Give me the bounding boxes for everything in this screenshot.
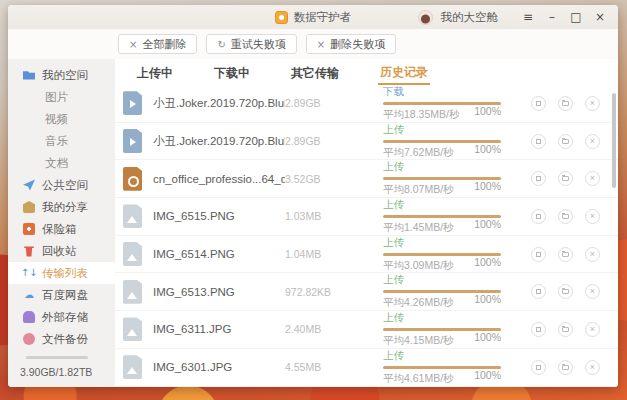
folder-glyph-icon	[562, 327, 569, 332]
direction-label: 上传	[383, 123, 501, 137]
avg-speed: 平均7.62MB/秒	[383, 146, 454, 160]
open-folder-button[interactable]	[558, 247, 573, 262]
menu-icon[interactable]: ≡	[520, 10, 536, 24]
delete-button[interactable]: ×	[585, 360, 600, 375]
file-size: 2.89GB	[285, 97, 355, 109]
toolbar: × 全部删除 ↻ 重试失败项 × 删除失败项	[8, 29, 618, 59]
transfer-row[interactable]: 小丑.Joker.2019.720p.BluRay.x264.AC3.mkv 2…	[115, 123, 618, 161]
sidebar-item-recycle-bin[interactable]: 回收站	[8, 240, 115, 262]
file-name: IMG_6311.JPG	[153, 323, 285, 335]
image-file-icon	[123, 242, 142, 266]
sidebar-item-documents[interactable]: 文档	[8, 152, 115, 174]
delete-button[interactable]: ×	[585, 171, 600, 186]
open-folder-button[interactable]	[558, 96, 573, 111]
tab-history[interactable]: 历史记录	[378, 60, 430, 85]
open-file-button[interactable]	[531, 322, 546, 337]
avg-speed: 平均4.15MB/秒	[383, 334, 454, 348]
sidebar-label: 视频	[45, 112, 68, 127]
avg-speed: 平均8.07MB/秒	[383, 183, 454, 197]
folder-glyph-icon	[562, 214, 569, 219]
app-logo-icon	[275, 11, 288, 24]
transfer-row[interactable]: IMG_6514.PNG 1.04MB 上传 平均3.09MB/秒100% ×	[115, 236, 618, 274]
x-icon: ×	[317, 39, 325, 50]
percent-label: 100%	[474, 293, 501, 305]
transfer-list: 小丑.Joker.2019.720p.BluRay.x264.AC3.mkv 2…	[115, 85, 618, 387]
progress-block: 上传 平均4.26MB/秒100%	[383, 273, 501, 310]
tab-other-transfers[interactable]: 其它传输	[289, 61, 341, 84]
sidebar: 我的空间 图片 视频 音乐 文档 公共空间 我的分享 保险箱 回收站	[8, 59, 115, 387]
tab-downloading[interactable]: 下载中	[212, 61, 252, 84]
transfer-row[interactable]: IMG_6311.JPG 2.40MB 上传 平均4.15MB/秒100% ×	[115, 311, 618, 349]
open-file-button[interactable]	[531, 209, 546, 224]
storage-usage-bar	[26, 356, 88, 359]
file-size: 2.40MB	[285, 323, 355, 335]
open-file-button[interactable]	[531, 360, 546, 375]
file-name: IMG_6301.JPG	[153, 361, 285, 373]
open-folder-button[interactable]	[558, 284, 573, 299]
x-icon: ×	[129, 39, 137, 50]
transfer-row[interactable]: IMG_6513.PNG 972.82KB 上传 平均4.26MB/秒100% …	[115, 273, 618, 311]
delete-button[interactable]: ×	[585, 96, 600, 111]
sidebar-item-safe-box[interactable]: 保险箱	[8, 218, 115, 240]
delete-button[interactable]: ×	[585, 322, 600, 337]
sidebar-item-pictures[interactable]: 图片	[8, 86, 115, 108]
sidebar-item-videos[interactable]: 视频	[8, 108, 115, 130]
avg-speed: 平均18.35MB/秒	[383, 108, 459, 122]
open-folder-button[interactable]	[558, 209, 573, 224]
delete-button[interactable]: ×	[585, 209, 600, 224]
file-glyph-icon	[536, 139, 541, 144]
file-glyph-icon	[536, 327, 541, 332]
folder-glyph-icon	[562, 139, 569, 144]
transfer-row[interactable]: IMG_6301.JPG 4.55MB 上传 平均4.61MB/秒100% ×	[115, 349, 618, 387]
open-folder-button[interactable]	[558, 360, 573, 375]
user-avatar[interactable]	[418, 10, 433, 25]
retry-failed-label: 重试失败项	[231, 37, 286, 52]
video-file-icon	[123, 129, 142, 153]
open-file-button[interactable]	[531, 284, 546, 299]
transfer-row[interactable]: cn_office_professio...64_dvd_5e5be643.is…	[115, 160, 618, 198]
direction-label: 下载	[383, 85, 501, 99]
open-file-button[interactable]	[531, 134, 546, 149]
transfer-row[interactable]: 小丑.Joker.2019.720p.BluRay.x264.AC3.mkv 2…	[115, 85, 618, 123]
open-folder-button[interactable]	[558, 134, 573, 149]
scrollbar[interactable]	[612, 93, 616, 188]
cloud-icon: ☁	[23, 289, 35, 301]
delete-button[interactable]: ×	[585, 284, 600, 299]
sidebar-item-music[interactable]: 音乐	[8, 130, 115, 152]
user-space-label[interactable]: 我的大空舱	[441, 10, 499, 25]
sidebar-label: 音乐	[45, 134, 68, 149]
open-folder-button[interactable]	[558, 322, 573, 337]
title-bar: 数据守护者 我的大空舱 ≡ – □ ×	[8, 5, 618, 29]
close-icon[interactable]: ×	[592, 10, 608, 24]
delete-all-button[interactable]: × 全部删除	[118, 34, 197, 54]
tab-uploading[interactable]: 上传中	[135, 61, 175, 84]
transfer-arrows-icon: ↑↓	[23, 267, 35, 279]
sidebar-item-transfer-list[interactable]: ↑↓ 传输列表	[8, 262, 115, 284]
transfer-row[interactable]: IMG_6515.PNG 1.03MB 上传 平均1.45MB/秒100% ×	[115, 198, 618, 236]
file-name: IMG_6514.PNG	[153, 248, 285, 260]
retry-failed-button[interactable]: ↻ 重试失败项	[206, 34, 296, 54]
progress-block: 上传 平均8.07MB/秒100%	[383, 160, 501, 197]
maximize-icon[interactable]: □	[568, 10, 584, 24]
sidebar-label: 百度网盘	[42, 288, 88, 303]
open-folder-button[interactable]	[558, 171, 573, 186]
open-file-button[interactable]	[531, 171, 546, 186]
open-file-button[interactable]	[531, 247, 546, 262]
sidebar-item-file-backup[interactable]: 文件备份	[8, 328, 115, 350]
sidebar-item-my-space[interactable]: 我的空间	[8, 64, 115, 86]
sidebar-item-baidu-netdisk[interactable]: ☁ 百度网盘	[8, 284, 115, 306]
direction-label: 上传	[383, 311, 501, 325]
open-file-button[interactable]	[531, 96, 546, 111]
delete-button[interactable]: ×	[585, 134, 600, 149]
file-glyph-icon	[536, 176, 541, 181]
file-name: 小丑.Joker.2019.720p.BluRay.x264.AC3.mkv	[153, 134, 285, 149]
sidebar-item-my-shares[interactable]: 我的分享	[8, 196, 115, 218]
folder-glyph-icon	[562, 365, 569, 370]
delete-failed-button[interactable]: × 删除失败项	[306, 34, 396, 54]
minimize-icon[interactable]: –	[544, 10, 560, 24]
sidebar-item-external-storage[interactable]: 外部存储	[8, 306, 115, 328]
delete-button[interactable]: ×	[585, 247, 600, 262]
sidebar-item-public-space[interactable]: 公共空间	[8, 174, 115, 196]
sidebar-label: 外部存储	[42, 310, 88, 325]
sidebar-label: 保险箱	[42, 222, 77, 237]
